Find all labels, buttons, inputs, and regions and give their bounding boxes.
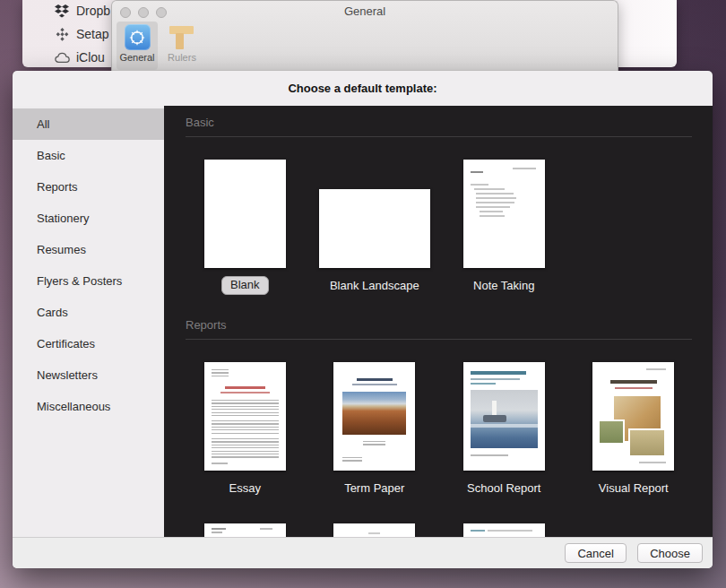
dialog-title: Choose a default template:: [13, 71, 713, 106]
category-sidebar: All Basic Reports Stationery Resumes Fly…: [13, 106, 164, 537]
section-title-reports: Reports: [186, 318, 692, 332]
template-blank-landscape[interactable]: Blank Landscape: [310, 137, 440, 295]
template-thumbnail: [463, 362, 545, 471]
category-all[interactable]: All: [13, 108, 164, 140]
category-stationery[interactable]: Stationery: [13, 203, 164, 234]
elephant-photo: [600, 421, 623, 443]
icloud-icon: [54, 50, 70, 65]
canyon-photo: [342, 392, 406, 435]
category-newsletters[interactable]: Newsletters: [13, 359, 164, 391]
category-resumes[interactable]: Resumes: [13, 234, 164, 265]
category-basic[interactable]: Basic: [13, 140, 164, 171]
sidebar-item-icloud[interactable]: iClou: [54, 50, 105, 65]
desktop-wallpaper: Dropb Setap iClou General: [0, 0, 726, 588]
template-label: Term Paper: [344, 481, 404, 496]
category-cards[interactable]: Cards: [13, 297, 164, 328]
sidebar-item-label: Dropb: [76, 4, 110, 18]
template-label-selected: Blank: [221, 276, 269, 295]
dialog-footer: Cancel Choose: [13, 537, 713, 568]
toolbar-tab-label: General: [119, 52, 154, 63]
template-thumbnail: [592, 362, 674, 471]
sidebar-item-label: Setap: [76, 27, 109, 41]
template-thumbnail: [204, 160, 286, 268]
setapp-icon: [54, 27, 70, 41]
template-thumbnail: [333, 523, 415, 537]
template-note-taking[interactable]: Note Taking: [439, 137, 569, 295]
template-partial-2[interactable]: [310, 496, 440, 537]
zebra-photo: [630, 430, 664, 455]
template-thumbnail: [463, 523, 545, 537]
template-label: Visual Report: [599, 481, 669, 496]
template-essay[interactable]: Essay: [180, 340, 310, 496]
category-miscellaneous[interactable]: Miscellaneous: [13, 391, 164, 422]
sidebar-item-label: iClou: [76, 50, 105, 65]
template-partial-1[interactable]: [180, 496, 310, 537]
window-title: General: [112, 4, 618, 18]
cancel-button[interactable]: Cancel: [565, 543, 627, 563]
category-flyers-posters[interactable]: Flyers & Posters: [13, 265, 164, 297]
category-certificates[interactable]: Certificates: [13, 328, 164, 359]
ruler-icon: [169, 24, 195, 50]
sidebar-item-dropbox[interactable]: Dropb: [54, 4, 110, 18]
sidebar-item-setapp[interactable]: Setap: [54, 27, 109, 41]
toolbar-tab-general[interactable]: General: [117, 22, 158, 70]
template-label: Note Taking: [473, 279, 534, 293]
toolbar-tab-rulers[interactable]: Rulers: [161, 22, 203, 70]
template-school-report[interactable]: School Report: [439, 340, 569, 496]
template-thumbnail: [204, 362, 286, 471]
preferences-window: General General Rulers: [111, 0, 618, 75]
template-label: Blank Landscape: [330, 279, 419, 293]
template-visual-report[interactable]: Visual Report: [569, 340, 699, 496]
template-label: School Report: [467, 481, 540, 496]
template-term-paper[interactable]: Term Paper: [310, 340, 440, 496]
template-gallery: Basic Blank Blank Landscape: [164, 106, 713, 537]
template-blank[interactable]: Blank: [180, 137, 310, 295]
template-thumbnail: [319, 189, 430, 268]
template-thumbnail: [463, 160, 545, 268]
template-label: Essay: [229, 481, 261, 496]
category-reports[interactable]: Reports: [13, 171, 164, 203]
choose-button[interactable]: Choose: [637, 543, 703, 563]
template-chooser-dialog: Choose a default template: All Basic Rep…: [13, 71, 713, 568]
lighthouse-photo: [471, 390, 538, 448]
template-thumbnail: [204, 523, 286, 537]
section-title-basic: Basic: [186, 116, 692, 129]
general-gear-icon: [125, 24, 151, 50]
dropbox-icon: [54, 4, 70, 18]
template-partial-3[interactable]: [439, 496, 569, 537]
toolbar-tab-label: Rulers: [168, 52, 196, 63]
template-thumbnail: [333, 362, 415, 471]
